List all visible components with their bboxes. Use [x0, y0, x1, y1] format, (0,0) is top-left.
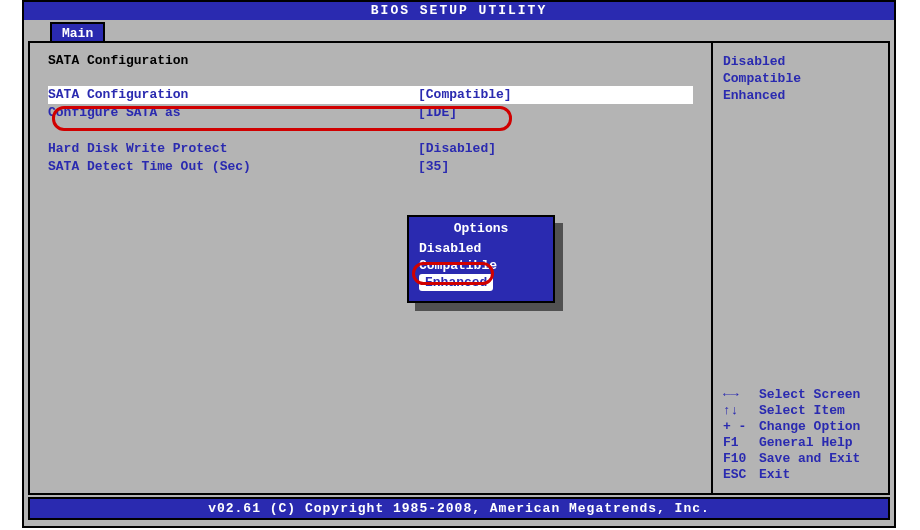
- help-row: + - Change Option: [723, 419, 860, 435]
- help-desc: Save and Exit: [759, 451, 860, 467]
- setting-value: [Disabled]: [418, 140, 496, 158]
- option-hint-list: Disabled Compatible Enhanced: [723, 53, 878, 104]
- setting-hard-disk-write-protect[interactable]: Hard Disk Write Protect [Disabled]: [48, 140, 693, 158]
- side-pane: Disabled Compatible Enhanced ←→ Select S…: [713, 43, 888, 493]
- help-row: ↑↓ Select Item: [723, 403, 860, 419]
- popup-option-disabled[interactable]: Disabled: [419, 240, 543, 257]
- setting-configure-sata-as[interactable]: Configure SATA as [IDE]: [48, 104, 693, 122]
- main-pane: SATA Configuration SATA Configuration [C…: [30, 43, 713, 493]
- popup-option-enhanced[interactable]: Enhanced: [419, 274, 493, 291]
- option-hint: Enhanced: [723, 87, 878, 104]
- setting-value: [35]: [418, 158, 449, 176]
- footer: v02.61 (C) Copyright 1985-2008, American…: [28, 497, 890, 520]
- setting-label: SATA Detect Time Out (Sec): [48, 158, 418, 176]
- tab-main[interactable]: Main: [50, 22, 105, 43]
- bios-screen: BIOS SETUP UTILITY Main SATA Configurati…: [22, 0, 896, 528]
- help-desc: Select Item: [759, 403, 845, 419]
- help-desc: Change Option: [759, 419, 860, 435]
- option-hint: Disabled: [723, 53, 878, 70]
- setting-sata-configuration[interactable]: SATA Configuration [Compatible]: [48, 86, 693, 104]
- help-row: ESC Exit: [723, 467, 860, 483]
- setting-value: [IDE]: [418, 104, 457, 122]
- help-key: + -: [723, 419, 759, 435]
- options-popup[interactable]: Options Disabled Compatible Enhanced: [407, 215, 555, 303]
- setting-label: Hard Disk Write Protect: [48, 140, 418, 158]
- option-hint: Compatible: [723, 70, 878, 87]
- window-title: BIOS SETUP UTILITY: [24, 2, 894, 20]
- setting-sata-detect-time-out[interactable]: SATA Detect Time Out (Sec) [35]: [48, 158, 693, 176]
- setting-value: [Compatible]: [418, 86, 512, 104]
- help-desc: Exit: [759, 467, 790, 483]
- help-key: ↑↓: [723, 403, 759, 419]
- help-key: ESC: [723, 467, 759, 483]
- help-row: ←→ Select Screen: [723, 387, 860, 403]
- popup-option-compatible[interactable]: Compatible: [419, 257, 543, 274]
- popup-title: Options: [419, 221, 543, 236]
- setting-label: SATA Configuration: [48, 86, 418, 104]
- key-help: ←→ Select Screen ↑↓ Select Item + - Chan…: [723, 387, 860, 483]
- help-row: F10 Save and Exit: [723, 451, 860, 467]
- blank-row: [48, 122, 693, 140]
- section-title: SATA Configuration: [48, 53, 693, 68]
- tab-row: Main: [24, 20, 894, 41]
- setting-label: Configure SATA as: [48, 104, 418, 122]
- help-row: F1 General Help: [723, 435, 860, 451]
- help-key: F10: [723, 451, 759, 467]
- help-key: F1: [723, 435, 759, 451]
- help-desc: General Help: [759, 435, 853, 451]
- help-key: ←→: [723, 387, 759, 403]
- help-desc: Select Screen: [759, 387, 860, 403]
